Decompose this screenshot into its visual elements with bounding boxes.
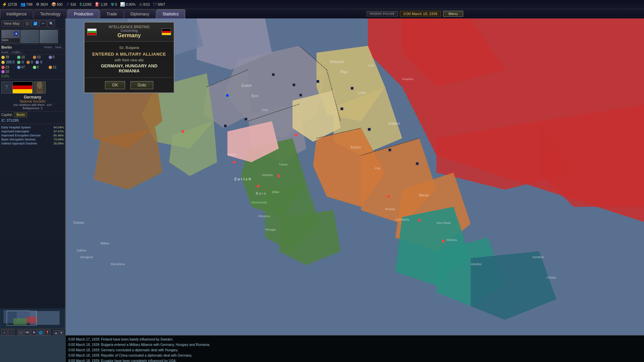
map-icon-group: ⬛ 🗾 ✏ 🔍 — [23, 20, 55, 27]
minimap-zoom-in[interactable]: + — [1, 329, 7, 336]
country-thumb-3[interactable] — [40, 30, 58, 43]
svg-text:Florinta: Florinta — [447, 238, 458, 242]
map-icon-2[interactable]: 🗾 — [32, 20, 39, 27]
tab-intelligence[interactable]: Intelligence — [0, 9, 33, 18]
resource-research: 📊 0.00% — [120, 2, 135, 7]
left-panel: View Map ⬛ 🗾 ✏ 🔍 ★ Berlin Berlin Potsd..… — [0, 18, 66, 335]
stat4-icon — [17, 61, 20, 64]
stat-s1: 10 — [17, 55, 32, 59]
country-name: Germany — [1, 95, 64, 100]
minimap-btn-3[interactable]: ⚑ — [31, 329, 37, 336]
unit-icon — [272, 73, 275, 76]
nearby-cities: Kustr... Cottbu... — [0, 50, 65, 55]
intel-body: Sir, Bulgaria ENTERED A MILITARY ALLIANC… — [85, 42, 174, 77]
minimap-scroll-down[interactable]: ▼ — [59, 330, 64, 335]
menu-button[interactable]: Menu — [443, 11, 463, 17]
research-item-4: Basic Decryption Devices 73.06% — [1, 137, 64, 141]
stat3-icon — [49, 56, 52, 59]
capital-row: Capital: Berlin — [0, 112, 65, 118]
country-thumb-2[interactable] — [20, 30, 39, 43]
intel-flags-right — [162, 28, 171, 35]
tab-technology[interactable]: Technology — [34, 9, 67, 18]
minimap-btn-5[interactable]: 📍 — [44, 329, 50, 336]
svg-text:Bacau: Bacau — [419, 193, 429, 197]
svg-text:Istanbul: Istanbul — [471, 262, 481, 266]
log-entry-4: 0:00 March 18, 1939: Republic of China c… — [68, 353, 641, 358]
metal-icon: ⚙ — [36, 2, 40, 7]
portrait-unknown: ? — [1, 81, 11, 94]
fuel-icon: ⛽ — [95, 2, 100, 7]
minimap-btn-4[interactable]: 🌐 — [38, 329, 44, 336]
manpower-value: 7/86 — [26, 3, 33, 6]
map-icon-1[interactable]: ⬛ — [23, 20, 31, 27]
missions-icon: ⚔ — [139, 2, 143, 7]
stat2-icon — [33, 56, 36, 59]
intel-ok-button[interactable]: OK — [105, 81, 125, 89]
germany-flag — [162, 28, 171, 35]
units-value: 0/8/7 — [158, 3, 165, 6]
supply-value: 500 — [57, 3, 63, 6]
svg-text:Cluj: Cluj — [375, 167, 380, 170]
stat10-icon — [49, 66, 52, 69]
country-belligerence: Belligerence: 2 — [1, 107, 64, 110]
svg-text:Kharkov: Kharkov — [402, 77, 414, 81]
nuclear-icon: ☢ — [111, 2, 114, 7]
svg-text:Nov Pazar: Nov Pazar — [436, 221, 451, 225]
view-map-button[interactable]: View Map — [1, 20, 22, 26]
tab-statistics[interactable]: Statistics — [156, 9, 185, 18]
pause-button[interactable]: HH||HH PAUSE — [367, 11, 398, 16]
resource-metal: ⚙ 3824 — [36, 2, 48, 7]
supply-icon: 📦 — [51, 2, 56, 7]
minimap-controls: + - ⬛ 🗺 ⚑ 🌐 📍 ▲ ▼ — [0, 328, 65, 336]
tab-diplomacy[interactable]: Diplomacy — [124, 9, 156, 18]
map-icon-4[interactable]: 🔍 — [48, 20, 55, 27]
stat6-icon — [36, 61, 39, 64]
svg-rect-48 — [351, 87, 354, 89]
svg-text:Torino: Torino — [227, 153, 236, 156]
minimap-scroll-up[interactable]: ▲ — [54, 330, 58, 335]
svg-text:Trento: Trento — [279, 163, 287, 166]
svg-text:Bilbao: Bilbao — [101, 242, 109, 245]
portrait-flag — [12, 81, 33, 94]
stat-ic: 39 — [1, 55, 16, 59]
tab-production[interactable]: Production — [67, 9, 99, 18]
svg-rect-5 — [40, 89, 41, 91]
svg-text:Zaragoza: Zaragoza — [80, 255, 94, 259]
svg-text:Ploiesti: Ploiesti — [385, 207, 395, 211]
research-item-3: Improved Encryption Devices 65.46% — [1, 133, 64, 137]
separator-2 — [0, 124, 65, 124]
intel-concerning: Concerning — [99, 29, 159, 33]
map-icon-3[interactable]: ✏ — [40, 20, 47, 27]
intel-flags — [87, 28, 97, 35]
svg-rect-53 — [388, 148, 391, 151]
minimap-zoom-out[interactable]: - — [8, 329, 14, 336]
stat1-icon — [17, 56, 20, 59]
manpower-icon: 👥 — [20, 2, 25, 7]
tab-trade[interactable]: Trade — [100, 9, 123, 18]
oil-value: 516 — [70, 3, 76, 6]
country-info: ? Germany National Socialist Our relatio… — [0, 80, 65, 112]
svg-rect-52 — [368, 128, 371, 131]
svg-point-59 — [418, 219, 421, 222]
stat5-icon — [26, 61, 30, 64]
intel-goto-button[interactable]: Goto — [130, 81, 153, 89]
log-entry-5: 0:00 March 18, 1939: Ecuador have been c… — [68, 358, 641, 362]
minimap: + - ⬛ 🗺 ⚑ 🌐 📍 ▲ ▼ — [0, 308, 66, 335]
stat-s7: 23 — [1, 65, 16, 69]
svg-text:Oviedo: Oviedo — [73, 221, 84, 225]
separator-1 — [0, 79, 65, 79]
svg-point-58 — [387, 195, 390, 198]
minimap-btn-2[interactable]: 🗺 — [24, 329, 30, 336]
intel-dialog: INTELLIGENCE BRIEFING Concerning Germany… — [84, 22, 174, 93]
intel-header: INTELLIGENCE BRIEFING Concerning Germany — [85, 22, 174, 42]
research-value: 0.00% — [126, 3, 135, 6]
minimap-btn-1[interactable]: ⬛ — [17, 329, 23, 336]
ic-icon — [1, 56, 5, 59]
country-thumb-1[interactable]: ★ Berlin — [1, 30, 20, 43]
energy-icon: ⚡ — [2, 2, 7, 7]
intel-with: with their new ally — [90, 58, 168, 62]
minimap-display[interactable] — [0, 308, 65, 328]
svg-point-62 — [294, 133, 297, 136]
svg-text:Kosice: Kosice — [351, 145, 361, 149]
svg-rect-51 — [245, 118, 247, 120]
